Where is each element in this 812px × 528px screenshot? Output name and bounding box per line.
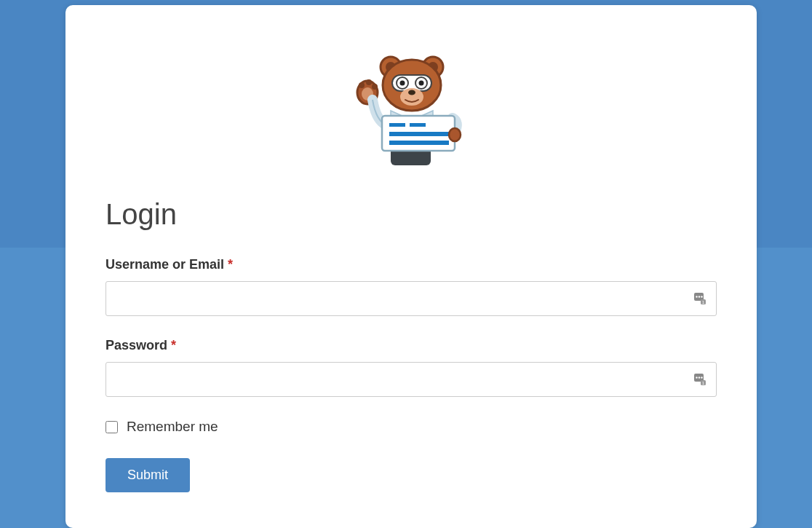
remember-me-row: Remember me bbox=[106, 419, 717, 435]
svg-text:1: 1 bbox=[702, 300, 704, 304]
submit-button[interactable]: Submit bbox=[106, 458, 190, 492]
username-input[interactable] bbox=[106, 281, 717, 316]
username-field: Username or Email * 1 bbox=[106, 257, 717, 316]
password-label: Password * bbox=[106, 338, 717, 353]
svg-point-33 bbox=[701, 377, 702, 378]
svg-rect-20 bbox=[410, 123, 426, 127]
password-input-wrap: 1 bbox=[106, 362, 717, 397]
bear-mascot-icon bbox=[347, 49, 475, 169]
svg-point-3 bbox=[372, 84, 378, 90]
svg-point-31 bbox=[696, 377, 697, 378]
username-input-wrap: 1 bbox=[106, 281, 717, 316]
required-marker: * bbox=[228, 257, 233, 272]
required-marker: * bbox=[171, 338, 176, 352]
username-label: Username or Email * bbox=[106, 257, 717, 272]
svg-point-25 bbox=[696, 296, 697, 297]
svg-point-15 bbox=[419, 81, 424, 86]
svg-rect-19 bbox=[389, 123, 405, 127]
password-field: Password * 1 bbox=[106, 338, 717, 397]
login-card: Login Username or Email * 1 Password * bbox=[65, 5, 757, 528]
password-input[interactable] bbox=[106, 362, 717, 397]
password-manager-icon: 1 bbox=[693, 292, 706, 305]
svg-point-32 bbox=[698, 377, 700, 378]
page-title: Login bbox=[106, 198, 717, 231]
username-label-text: Username or Email bbox=[106, 257, 224, 272]
remember-me-label: Remember me bbox=[127, 419, 218, 435]
password-manager-icon: 1 bbox=[693, 373, 706, 386]
svg-point-23 bbox=[449, 128, 461, 141]
svg-point-1 bbox=[359, 82, 365, 88]
svg-point-27 bbox=[701, 296, 702, 297]
svg-point-14 bbox=[400, 81, 405, 86]
svg-point-2 bbox=[366, 79, 372, 85]
svg-text:1: 1 bbox=[702, 381, 704, 385]
svg-rect-22 bbox=[389, 141, 449, 145]
svg-point-26 bbox=[698, 296, 700, 297]
svg-rect-21 bbox=[389, 132, 449, 136]
password-label-text: Password bbox=[106, 338, 167, 352]
svg-point-17 bbox=[408, 90, 415, 95]
remember-me-checkbox[interactable] bbox=[106, 421, 118, 433]
mascot-container bbox=[106, 49, 717, 169]
